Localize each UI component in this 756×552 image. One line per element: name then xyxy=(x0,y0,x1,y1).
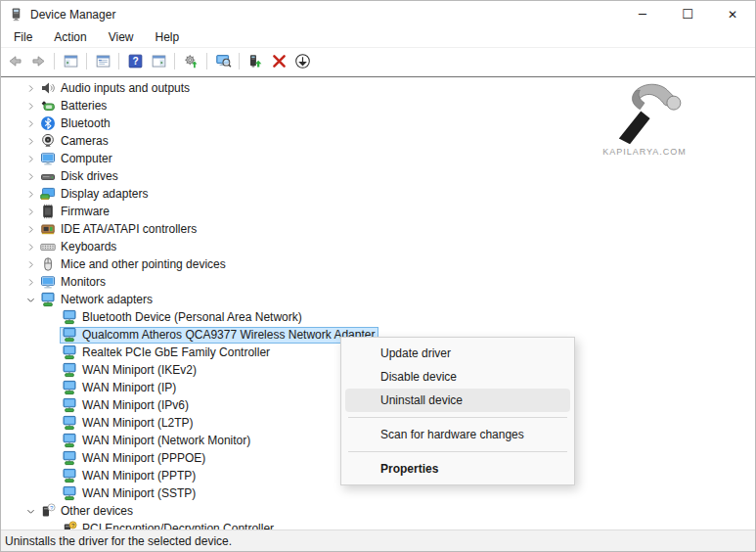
toolbar-separator xyxy=(174,53,175,69)
tree-node[interactable]: WAN Miniport (PPTP) xyxy=(60,468,200,484)
tree-node[interactable]: Firmware xyxy=(38,204,113,220)
monitor-icon xyxy=(40,274,56,290)
tree-row[interactable]: Computer xyxy=(1,150,755,167)
bluetooth-icon xyxy=(40,115,56,131)
tree-row[interactable]: Bluetooth xyxy=(1,115,755,132)
tree-row[interactable]: Bluetooth Device (Personal Area Network) xyxy=(1,308,755,326)
toolbar-separator xyxy=(54,53,55,69)
tree-node[interactable]: Keyboards xyxy=(38,239,120,255)
chevron-right-icon[interactable] xyxy=(22,204,38,219)
tree-node-selected[interactable]: Qualcomm Atheros QCA9377 Wireless Networ… xyxy=(60,327,378,344)
tree-row[interactable]: Disk drives xyxy=(1,167,755,185)
twisty-spacer xyxy=(44,345,60,360)
network-icon xyxy=(62,345,77,360)
properties-window-button[interactable] xyxy=(91,50,114,71)
tree-node[interactable]: Display adapters xyxy=(38,186,152,203)
chevron-down-icon[interactable] xyxy=(22,503,38,519)
tree-node[interactable]: Bluetooth xyxy=(38,115,114,132)
tree-row[interactable]: IDE ATA/ATAPI controllers xyxy=(1,220,755,238)
tree-node[interactable]: Monitors xyxy=(38,274,110,291)
tree-row[interactable]: Network adapters xyxy=(1,291,755,308)
tree-node[interactable]: Mice and other pointing devices xyxy=(38,256,230,273)
chevron-right-icon[interactable] xyxy=(22,256,38,272)
ide-icon xyxy=(40,221,56,237)
back-button[interactable] xyxy=(3,50,26,71)
chevron-right-icon[interactable] xyxy=(22,168,38,184)
tree-row[interactable]: ?PCI Encryption/Decryption Controller xyxy=(1,520,755,529)
tree-row[interactable]: Mice and other pointing devices xyxy=(1,255,755,273)
back-icon xyxy=(7,53,23,69)
twisty-spacer xyxy=(44,309,60,325)
update-gear-button[interactable] xyxy=(179,50,202,71)
tree-row[interactable]: Batteries xyxy=(1,97,755,115)
uninstall-device-button[interactable] xyxy=(267,50,290,71)
tree-node[interactable]: Audio inputs and outputs xyxy=(38,80,194,97)
tree-node[interactable]: WAN Miniport (SSTP) xyxy=(60,485,200,502)
context-menu-item-disable-device[interactable]: Disable device xyxy=(345,365,570,389)
chevron-down-icon[interactable] xyxy=(22,292,38,307)
display-icon xyxy=(40,186,56,202)
tree-node[interactable]: Realtek PCIe GbE Family Controller xyxy=(60,345,274,361)
tree-node[interactable]: WAN Miniport (PPPOE) xyxy=(60,450,209,467)
tree-node[interactable]: Computer xyxy=(38,151,116,167)
chevron-right-icon[interactable] xyxy=(22,80,38,96)
forward-button[interactable] xyxy=(26,50,50,71)
tree-node[interactable]: WAN Miniport (IKEv2) xyxy=(60,362,200,379)
tree-node[interactable]: WAN Miniport (IPv6) xyxy=(60,397,193,414)
scan-hardware-button[interactable] xyxy=(211,50,235,71)
menu-help[interactable]: Help xyxy=(145,28,191,46)
status-bar: Uninstalls the driver for the selected d… xyxy=(1,529,755,551)
forward-icon xyxy=(30,53,47,69)
chevron-right-icon[interactable] xyxy=(22,221,38,237)
maximize-button[interactable]: ☐ xyxy=(665,1,710,27)
toolbar-separator xyxy=(239,53,240,69)
console-tree-icon xyxy=(63,53,79,69)
chevron-right-icon[interactable] xyxy=(22,115,38,131)
help-button[interactable]: ? xyxy=(123,50,147,71)
tree-row[interactable]: Monitors xyxy=(1,273,755,291)
tree-node[interactable]: Disk drives xyxy=(38,168,122,185)
tree-row[interactable]: Cameras xyxy=(1,132,755,150)
tree-row[interactable]: Keyboards xyxy=(1,238,755,255)
tree-row[interactable]: Firmware xyxy=(1,203,755,220)
camera-icon xyxy=(40,133,56,149)
menu-view[interactable]: View xyxy=(98,28,145,46)
tree-node[interactable]: ?Other devices xyxy=(38,503,137,520)
tree-row[interactable]: ?Other devices xyxy=(1,502,755,520)
chevron-right-icon[interactable] xyxy=(22,151,38,166)
chevron-right-icon[interactable] xyxy=(22,133,38,149)
tree-row[interactable]: Display adapters xyxy=(1,185,755,203)
disable-device-button[interactable] xyxy=(290,50,314,71)
update-driver-button[interactable] xyxy=(244,50,267,71)
tree-node[interactable]: Cameras xyxy=(38,133,112,150)
tree-node[interactable]: Batteries xyxy=(38,98,111,115)
toolbar-separator xyxy=(86,53,87,69)
tree-node[interactable]: Network adapters xyxy=(38,292,156,308)
context-menu-item-scan-for-hardware-changes[interactable]: Scan for hardware changes xyxy=(345,423,570,446)
close-button[interactable]: ✕ xyxy=(710,1,755,27)
unknown-device-icon: ? xyxy=(40,503,56,519)
tree-node[interactable]: Bluetooth Device (Personal Area Network) xyxy=(60,309,306,326)
chevron-right-icon[interactable] xyxy=(22,274,38,290)
toolbar-separator xyxy=(206,53,207,69)
tree-row[interactable]: WAN Miniport (SSTP) xyxy=(1,484,755,502)
chevron-right-icon[interactable] xyxy=(22,186,38,202)
menu-action[interactable]: Action xyxy=(43,28,97,46)
tree-node[interactable]: WAN Miniport (IP) xyxy=(60,380,180,396)
context-menu-item-update-driver[interactable]: Update driver xyxy=(345,342,570,365)
context-menu-item-uninstall-device[interactable]: Uninstall device xyxy=(345,389,570,412)
menu-file[interactable]: File xyxy=(3,28,43,46)
context-menu-item-properties[interactable]: Properties xyxy=(345,457,570,481)
tree-node[interactable]: WAN Miniport (L2TP) xyxy=(60,415,198,432)
scan-hardware-icon xyxy=(215,53,232,69)
tree-node[interactable]: IDE ATA/ATAPI controllers xyxy=(38,221,200,238)
console-tree-button[interactable] xyxy=(59,50,82,71)
chevron-right-icon[interactable] xyxy=(22,98,38,114)
tree-node-label: Batteries xyxy=(61,99,107,113)
chevron-right-icon[interactable] xyxy=(22,239,38,254)
tree-node[interactable]: WAN Miniport (Network Monitor) xyxy=(60,433,254,449)
tree-node[interactable]: ?PCI Encryption/Decryption Controller xyxy=(60,521,278,530)
minimize-button[interactable]: ─ xyxy=(620,1,665,27)
tree-row[interactable]: Audio inputs and outputs xyxy=(1,79,755,97)
action-pane-button[interactable] xyxy=(147,50,170,71)
